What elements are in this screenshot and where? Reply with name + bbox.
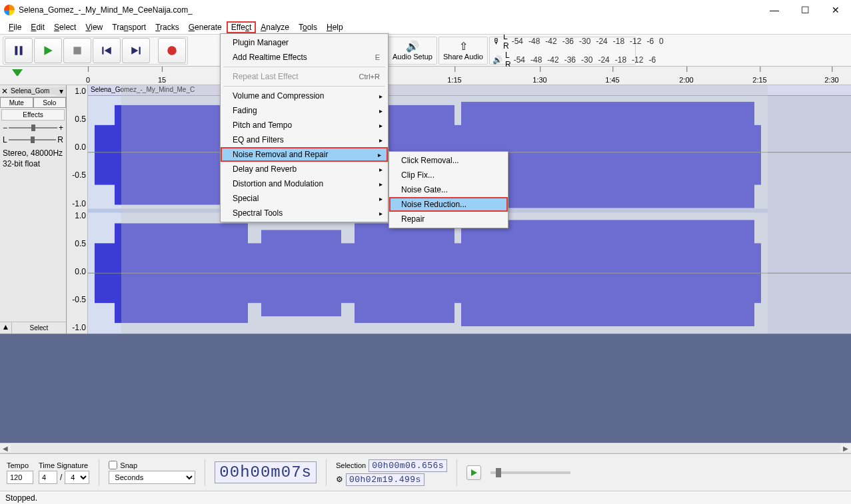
timeline-tick: 15: [158, 76, 166, 84]
toolbar-row: 🔍 🔊 Audio Setup ⇧ Share Audio 🎙LR -54-48…: [0, 35, 851, 67]
ts-numerator-input[interactable]: [39, 471, 57, 484]
play-at-speed-button[interactable]: [466, 465, 481, 480]
menu-generate[interactable]: Generate: [184, 21, 227, 33]
close-button[interactable]: ✕: [820, 0, 851, 20]
menu-edit[interactable]: Edit: [26, 21, 49, 33]
track-control-panel: ✕ Selena_Gom ▾ Mute Solo Effects −+ LR S…: [0, 85, 67, 334]
scroll-right-icon[interactable]: ▶: [840, 445, 851, 452]
track-name[interactable]: Selena_Gom: [9, 87, 57, 95]
horizontal-scrollbar[interactable]: ◀ ▶: [0, 443, 851, 453]
window-title: Selena_Gomez_-_My_Mind_Me_CeeNaija.com_: [19, 5, 759, 15]
menu-analyze[interactable]: Analyze: [256, 21, 294, 33]
chevron-right-icon: ▸: [379, 195, 383, 202]
menu-item-noise-gate-[interactable]: Noise Gate...: [389, 182, 508, 197]
menu-item-noise-reduction-[interactable]: Noise Reduction...: [389, 197, 508, 212]
menu-tools[interactable]: Tools: [294, 21, 322, 33]
svg-point-8: [167, 46, 177, 55]
gain-slider[interactable]: −+: [0, 122, 66, 134]
noise-removal-submenu: Click Removal...Clip Fix...Noise Gate...…: [389, 151, 508, 228]
amplitude-ruler: 1.00.50.0-0.5-1.0 1.00.50.0-0.5-1.0: [67, 85, 88, 334]
menu-item-special[interactable]: Special▸: [221, 191, 388, 206]
menu-file[interactable]: File: [4, 21, 26, 33]
chevron-right-icon: ▸: [379, 122, 383, 129]
menu-item-distortion-and-modulation[interactable]: Distortion and Modulation▸: [221, 176, 388, 191]
record-button[interactable]: [158, 38, 186, 63]
skip-start-button[interactable]: [93, 38, 121, 63]
pan-slider[interactable]: LR: [0, 134, 66, 146]
effect-menu: Plugin ManagerAdd Realtime EffectsERepea…: [220, 33, 389, 222]
tempo-label: Tempo: [7, 461, 33, 469]
mute-button[interactable]: Mute: [0, 97, 33, 108]
snap-checkbox[interactable]: [109, 461, 117, 469]
stop-button[interactable]: [63, 38, 91, 63]
menu-view[interactable]: View: [81, 21, 107, 33]
menu-tracks[interactable]: Tracks: [151, 21, 184, 33]
collapse-button[interactable]: ▲: [0, 322, 12, 334]
menu-item-repair[interactable]: Repair: [389, 212, 508, 226]
minimize-button[interactable]: —: [759, 0, 790, 20]
menu-effect[interactable]: Effect: [227, 21, 256, 33]
timeline-tick: 1:30: [532, 76, 546, 84]
share-audio-button[interactable]: ⇧ Share Audio: [438, 37, 488, 65]
selection-start-timecode[interactable]: 00h00m06.656s: [369, 459, 447, 472]
selection-label: Selection: [336, 461, 366, 469]
effects-button[interactable]: Effects: [1, 109, 65, 121]
settings-icon[interactable]: ⚙: [336, 475, 343, 484]
skip-end-button[interactable]: [122, 38, 150, 63]
solo-button[interactable]: Solo: [33, 97, 67, 108]
menu-item-repeat-last-effect: Repeat Last EffectCtrl+R: [221, 69, 388, 84]
scroll-left-icon[interactable]: ◀: [0, 445, 11, 452]
tempo-input[interactable]: [7, 471, 33, 484]
play-button[interactable]: [34, 38, 62, 63]
chevron-right-icon: ▸: [378, 151, 381, 158]
ts-denominator-select[interactable]: 4: [65, 471, 89, 484]
svg-rect-12: [768, 96, 851, 334]
track-menu-button[interactable]: ▾: [57, 87, 66, 96]
menubar: File Edit Select View Transport Tracks G…: [0, 20, 851, 35]
chevron-right-icon: ▸: [379, 107, 383, 115]
menu-item-noise-removal-and-repair[interactable]: Noise Removal and Repair▸: [221, 147, 388, 162]
menu-item-add-realtime-effects[interactable]: Add Realtime EffectsE: [221, 50, 388, 65]
timeline-ruler[interactable]: 0151:151:301:452:002:152:30: [0, 67, 851, 85]
position-timecode[interactable]: 00h00m07s: [215, 461, 317, 483]
recording-meter[interactable]: 🎙LR -54-48-42-36-30-24-18-12-60 🔊LR -54-…: [489, 37, 636, 65]
menu-item-pitch-and-tempo[interactable]: Pitch and Tempo▸: [221, 118, 388, 132]
menu-help[interactable]: Help: [322, 21, 348, 33]
chevron-right-icon: ▸: [379, 166, 383, 173]
svg-marker-5: [105, 47, 111, 54]
menu-item-delay-and-reverb[interactable]: Delay and Reverb▸: [221, 162, 388, 176]
status-bar: Stopped.: [0, 491, 851, 504]
menu-item-plugin-manager[interactable]: Plugin Manager: [221, 35, 388, 50]
audio-setup-button[interactable]: 🔊 Audio Setup: [388, 37, 437, 65]
track-close-button[interactable]: ✕: [0, 87, 9, 96]
selection-end-timecode[interactable]: 00h02m19.499s: [346, 473, 425, 486]
svg-rect-7: [139, 47, 141, 54]
track-select-button[interactable]: Select: [12, 322, 66, 334]
timeline-tick: 2:30: [824, 76, 838, 84]
menu-item-spectral-tools[interactable]: Spectral Tools▸: [221, 206, 388, 220]
menu-item-click-removal-[interactable]: Click Removal...: [389, 153, 508, 168]
chevron-right-icon: ▸: [379, 136, 383, 144]
snap-unit-select[interactable]: Seconds: [109, 471, 195, 484]
footer-toolbar: Tempo Time Signature / 4 Snap Seconds 00…: [0, 453, 851, 491]
chevron-right-icon: ▸: [379, 93, 383, 100]
menu-item-fading[interactable]: Fading▸: [221, 103, 388, 118]
empty-track-area[interactable]: [0, 334, 851, 443]
menu-item-clip-fix-[interactable]: Clip Fix...: [389, 168, 508, 182]
svg-rect-0: [15, 46, 17, 55]
timeline-tick: 2:15: [752, 76, 766, 84]
svg-marker-2: [44, 46, 52, 55]
menu-transport[interactable]: Transport: [107, 21, 151, 33]
speaker-icon: 🔊: [492, 55, 502, 65]
pause-button[interactable]: [5, 38, 33, 63]
timeline-tick: 1:45: [605, 76, 619, 84]
menu-item-volume-and-compression[interactable]: Volume and Compression▸: [221, 89, 388, 103]
track-info: Stereo, 48000Hz 32-bit float: [0, 146, 66, 172]
svg-marker-6: [131, 47, 138, 54]
menu-select[interactable]: Select: [49, 21, 81, 33]
maximize-button[interactable]: ☐: [790, 0, 820, 20]
titlebar: Selena_Gomez_-_My_Mind_Me_CeeNaija.com_ …: [0, 0, 851, 20]
menu-item-eq-and-filters[interactable]: EQ and Filters▸: [221, 132, 388, 147]
playback-speed-slider[interactable]: [490, 471, 570, 474]
timeline-tick: 2:00: [679, 76, 693, 84]
